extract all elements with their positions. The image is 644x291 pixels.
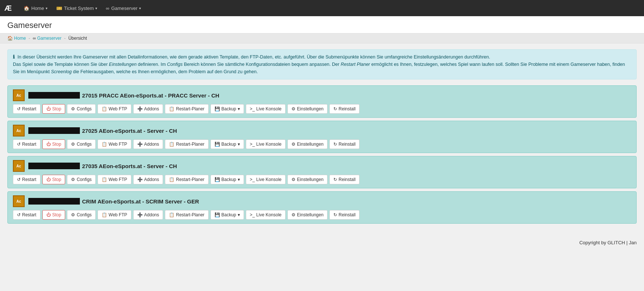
server-title-text-2: 27025 AEon-eSports.at - Server - CH [82,128,177,134]
backup-icon-2: 💾 [215,142,220,147]
restart-button-3[interactable]: ↺ Restart [13,175,40,184]
webftp-icon-4: 📋 [102,212,107,217]
live-konsole-button-1[interactable]: >_ Live Konsole [246,104,286,114]
info-link-einstellungen: Einstellungen [109,62,137,67]
server-icon-2: Ac [13,125,25,136]
power-icon-1: ⏻ [46,106,51,111]
info-link-configs: Configs [167,62,183,67]
power-icon-3: ⏻ [46,177,51,182]
home-icon: 🏠 [24,6,29,11]
restart-planer-button-4[interactable]: 📋 Restart-Planer [165,210,208,220]
einstellungen-icon-2: ⚙ [291,142,296,147]
configs-button-1[interactable]: ⚙ Configs [67,104,96,114]
einstellungen-button-4[interactable]: ⚙ Einstellungen [287,210,328,220]
restart-icon-4: ↺ [17,212,21,217]
nav-gameserver[interactable]: ∞ Gameserver ▾ [102,0,145,16]
restart-icon-2: ↺ [17,142,21,147]
backup-button-4[interactable]: 💾 Backup ▾ [210,210,244,220]
footer: Copyright by GLITCH | Jan [0,233,644,253]
server-title-row-4: Ac CRIM AEon-eSports.at - SCRIM Server -… [13,195,631,207]
backup-button-1[interactable]: 💾 Backup ▾ [210,104,244,114]
einstellungen-button-2[interactable]: ⚙ Einstellungen [287,139,328,149]
einstellungen-button-1[interactable]: ⚙ Einstellungen [287,104,328,114]
reinstall-button-4[interactable]: ↻ Reinstall [329,210,360,220]
breadcrumb-sep-2: - [64,36,66,41]
live-konsole-button-2[interactable]: >_ Live Konsole [246,139,286,149]
stop-button-1[interactable]: ⏻ Stop [42,104,66,114]
restart-button-2[interactable]: ↺ Restart [13,139,40,149]
restart-planer-button-1[interactable]: 📋 Restart-Planer [165,104,208,114]
content-area: ℹ In dieser Übersicht werden Ihre Gamese… [0,43,644,233]
addons-button-3[interactable]: ➕ Addons [133,175,163,184]
live-konsole-button-3[interactable]: >_ Live Konsole [246,175,286,184]
navbar: Æ 🏠 Home ▾ 🎫 Ticket System ▾ ∞ Gameserve… [0,0,644,16]
reinstall-button-2[interactable]: ↻ Reinstall [329,139,360,149]
einstellungen-icon-3: ⚙ [291,177,296,182]
breadcrumb-sep-1: - [29,36,30,41]
webftp-button-3[interactable]: 📋 Web FTP [98,175,131,184]
addons-button-1[interactable]: ➕ Addons [133,104,163,114]
restart-icon-3: ↺ [17,177,21,182]
restart-button-4[interactable]: ↺ Restart [13,210,40,220]
webftp-button-2[interactable]: 📋 Web FTP [98,139,131,149]
configs-button-4[interactable]: ⚙ Configs [67,210,96,220]
page-header: Gameserver [0,16,644,33]
server-title-text-1: 27015 PRACC AEon-eSports.at - PRACC Serv… [82,92,219,99]
stop-button-2[interactable]: ⏻ Stop [42,139,66,149]
reinstall-icon-4: ↻ [333,212,337,217]
live-konsole-button-4[interactable]: >_ Live Konsole [246,210,286,220]
webftp-icon-3: 📋 [102,177,107,182]
einstellungen-button-3[interactable]: ⚙ Einstellungen [287,175,328,184]
nav-home[interactable]: 🏠 Home ▾ [19,0,52,16]
backup-icon-3: 💾 [215,177,220,182]
info-text-2a: Das Spiel sowie die Template können Sie … [13,62,109,67]
info-text-1: In dieser Übersicht werden Ihre Gameserv… [17,54,490,60]
restart-icon-1: ↺ [17,106,21,111]
reinstall-button-3[interactable]: ↻ Reinstall [329,175,360,184]
info-link-restart-planer: Restart Planer [341,62,370,67]
addons-button-2[interactable]: ➕ Addons [133,139,163,149]
backup-button-2[interactable]: 💾 Backup ▾ [210,139,244,149]
webftp-button-4[interactable]: 📋 Web FTP [98,210,131,220]
home-caret: ▾ [46,6,47,10]
ticket-icon: 🎫 [56,6,62,11]
reinstall-icon-1: ↻ [333,106,337,111]
server-icon-4: Ac [13,195,25,207]
webftp-icon-1: 📋 [102,106,107,111]
server-buttons-4: ↺ Restart ⏻ Stop ⚙ Configs 📋 Web FTP ➕ [13,210,631,220]
server-list: Ac 27015 PRACC AEon-eSports.at - PRACC S… [7,85,637,224]
stop-button-4[interactable]: ⏻ Stop [42,210,66,220]
breadcrumb-gameserver[interactable]: Gameserver [37,36,61,41]
webftp-button-1[interactable]: 📋 Web FTP [98,104,131,114]
server-card-4: Ac CRIM AEon-eSports.at - SCRIM Server -… [7,191,637,224]
configs-icon-3: ⚙ [71,177,75,182]
backup-button-3[interactable]: 💾 Backup ▾ [210,175,244,184]
addons-icon-4: ➕ [137,212,143,217]
server-title-text-4: CRIM AEon-eSports.at - SCRIM Server - GE… [82,198,199,205]
webftp-icon-2: 📋 [102,142,107,147]
configs-button-3[interactable]: ⚙ Configs [67,175,96,184]
nav-ticket[interactable]: 🎫 Ticket System ▾ [52,0,102,16]
info-text-2c: Bereich können Sie sämtliche Konfigurati… [183,62,340,67]
restart-button-1[interactable]: ↺ Restart [13,104,40,114]
reinstall-button-1[interactable]: ↻ Reinstall [329,104,360,114]
restart-planer-button-3[interactable]: 📋 Restart-Planer [165,175,208,184]
konsole-icon-2: >_ [250,142,255,147]
restart-planer-button-2[interactable]: 📋 Restart-Planer [165,139,208,149]
navbar-brand[interactable]: Æ [4,4,12,13]
server-icon-3: Ac [13,160,25,172]
nav-gameserver-label: Gameserver [111,6,138,11]
breadcrumb-home[interactable]: Home [14,36,26,41]
konsole-icon-1: >_ [250,106,255,111]
info-box: ℹ In dieser Übersicht werden Ihre Gamese… [7,49,637,79]
configs-button-2[interactable]: ⚙ Configs [67,139,96,149]
reinstall-icon-3: ↻ [333,177,337,182]
stop-button-3[interactable]: ⏻ Stop [42,175,66,184]
backup-caret-2: ▾ [238,142,240,147]
server-buttons-3: ↺ Restart ⏻ Stop ⚙ Configs 📋 Web FTP ➕ [13,175,631,184]
einstellungen-icon-4: ⚙ [291,212,296,217]
konsole-icon-4: >_ [250,212,255,217]
planer-icon-4: 📋 [169,212,174,217]
reinstall-icon-2: ↻ [333,142,337,147]
addons-button-4[interactable]: ➕ Addons [133,210,163,220]
